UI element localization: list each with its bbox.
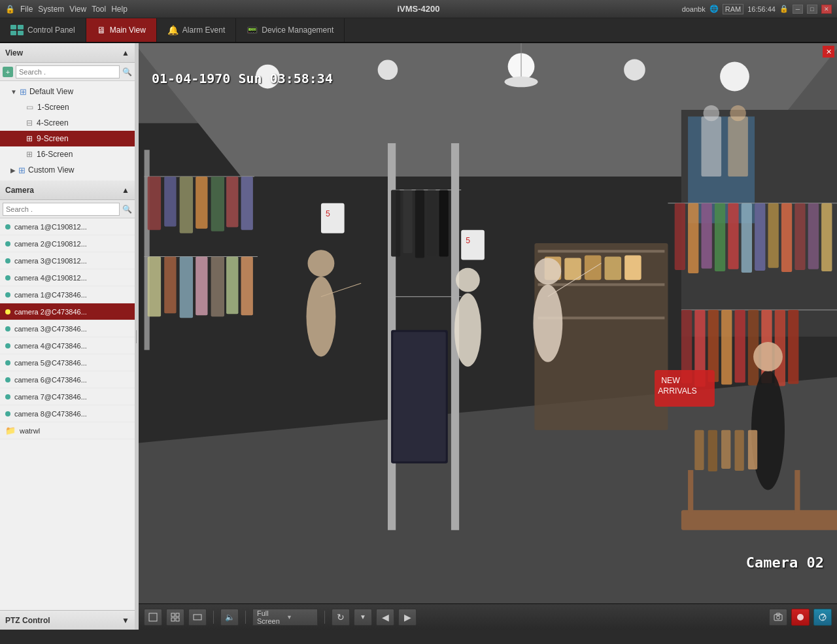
quad-screen-button[interactable] [166,609,184,626]
view-panel-header[interactable]: View ▲ [0,43,135,63]
1screen-icon: ▭ [26,103,33,112]
svg-rect-15 [728,116,748,177]
refresh-icon: ↻ [337,612,345,622]
svg-rect-108 [176,618,179,621]
svg-rect-50 [564,258,581,280]
view-default-view[interactable]: ▼ ⊞ Default View [0,84,135,99]
sidebar: View ▲ + 🔍 ▼ ⊞ Default View ▭ 1-Screen [0,43,135,630]
camera-item-4[interactable]: camera 4@C190812... [0,269,135,286]
svg-rect-60 [728,203,738,269]
view-panel: View ▲ + 🔍 ▼ ⊞ Default View ▭ 1-Screen [0,43,135,180]
video-container[interactable]: 5 5 NEW ARRIVALS [139,43,837,603]
svg-rect-106 [176,613,179,617]
next-button[interactable]: ▶ [398,609,417,626]
camera-search-icon[interactable]: 🔍 [122,205,132,214]
app-title: iVMS-4200 [397,4,439,14]
network-icon: 🌐 [709,5,719,13]
camera-item-5[interactable]: camera 1@C473846... [0,286,135,303]
svg-rect-109 [194,615,201,620]
folder-watrwl[interactable]: 📁 watrwl [0,422,135,439]
view-1screen[interactable]: ▭ 1-Screen [0,99,135,115]
camera-item-10[interactable]: camera 6@C473846... [0,371,135,388]
svg-rect-94 [681,510,837,530]
single-screen-button[interactable] [144,609,162,626]
screenshot-button[interactable] [769,609,787,626]
cam-label-1: camera 1@C190812... [14,223,87,231]
svg-point-89 [533,284,562,362]
view-4screen-label: 4-Screen [37,118,69,127]
camera-item-3[interactable]: camera 3@C190812... [0,252,135,269]
ptz-control-header[interactable]: PTZ Control ▼ [0,610,135,630]
svg-rect-98 [708,430,717,471]
view-4screen[interactable]: ⊟ 4-Screen [0,115,135,131]
view-add-button[interactable]: + [3,67,13,77]
view-16screen[interactable]: ⊞ 16-Screen [0,146,135,162]
tab-control-panel[interactable]: Control Panel [0,18,86,42]
svg-rect-71 [721,310,732,384]
custom-view-icon: ⊞ [18,165,26,175]
svg-point-90 [534,258,561,285]
svg-point-92 [751,370,785,490]
camera-list: camera 1@C190812... camera 2@C190812... … [0,218,135,610]
svg-rect-67 [821,203,832,271]
svg-point-85 [308,250,335,277]
audio-icon: 🔈 [225,613,235,622]
close-button[interactable]: ✕ [821,5,832,14]
camera-item-2[interactable]: camera 2@C190812... [0,235,135,252]
camera-item-1[interactable]: camera 1@C190812... [0,218,135,235]
mini-screen-button[interactable] [188,609,207,626]
dropdown-arrow-btn[interactable]: ▼ [354,609,372,626]
close-video-button[interactable]: ✕ [823,46,834,58]
svg-rect-64 [781,203,792,272]
menu-file[interactable]: File [20,5,33,14]
svg-text:ARRIVALS: ARRIVALS [658,386,697,396]
camera-collapse-icon: ▲ [122,186,129,195]
camera-item-6[interactable]: camera 2@C473846... [0,303,135,320]
camera-item-8[interactable]: camera 4@C473846... [0,337,135,354]
username: doanbk [682,5,706,13]
view-custom-view[interactable]: ▶ ⊞ Custom View [0,162,135,178]
tab-device-management[interactable]: 📟 Device Management [236,18,345,42]
svg-point-93 [753,342,783,371]
menu-view[interactable]: View [69,5,86,14]
svg-text:5: 5 [326,209,330,218]
svg-rect-41 [403,190,412,253]
tab-main-view-label: Main View [110,25,146,35]
menu-system[interactable]: System [38,5,64,14]
video-timestamp: 01-04-1970 Sun 03:58:34 [152,71,333,86]
view-9screen[interactable]: ⊞ 9-Screen [0,131,135,146]
camera-item-11[interactable]: camera 7@C473846... [0,388,135,405]
fullscreen-dropdown[interactable]: Full Screen ▼ [252,609,318,626]
maximize-button[interactable]: □ [807,5,817,14]
svg-rect-57 [688,203,698,273]
audio-button[interactable]: 🔈 [220,609,239,626]
camera-item-9[interactable]: camera 5@C473846... [0,354,135,371]
svg-point-113 [797,614,804,620]
camera-item-12[interactable]: camera 8@C473846... [0,405,135,422]
svg-rect-39 [393,332,446,462]
cam-status-dot-8 [5,343,10,348]
menu-help[interactable]: Help [111,5,128,14]
refresh-button[interactable]: ↻ [332,609,350,626]
cam-status-dot-3 [5,258,10,263]
default-view-icon: ⊞ [20,87,27,97]
record-button[interactable] [791,609,810,626]
prev-button[interactable]: ◀ [376,609,394,626]
quad-screen-icon [171,613,180,622]
bottom-toolbar: 🔈 Full Screen ▼ ↻ ▼ ◀ ▶ [139,603,837,630]
camera-panel-header[interactable]: Camera ▲ [0,180,135,200]
view-search-input[interactable] [16,65,120,78]
camera-item-7[interactable]: camera 3@C473846... [0,320,135,337]
tab-main-view[interactable]: 🖥 Main View [86,18,157,42]
view-search-icon[interactable]: 🔍 [122,67,132,76]
camera-search-input[interactable] [3,203,120,216]
menu-tool[interactable]: Tool [92,5,106,14]
minimize-button[interactable]: ─ [793,5,803,14]
help-button[interactable]: ? [813,609,832,626]
cam-status-dot-11 [5,394,10,399]
cam-status-dot-2 [5,241,10,246]
main-area: View ▲ + 🔍 ▼ ⊞ Default View ▭ 1-Screen [0,43,837,630]
4screen-icon: ⊟ [26,118,33,127]
cam-status-dot-4 [5,275,10,280]
tab-alarm-event[interactable]: 🔔 Alarm Event [157,18,236,42]
